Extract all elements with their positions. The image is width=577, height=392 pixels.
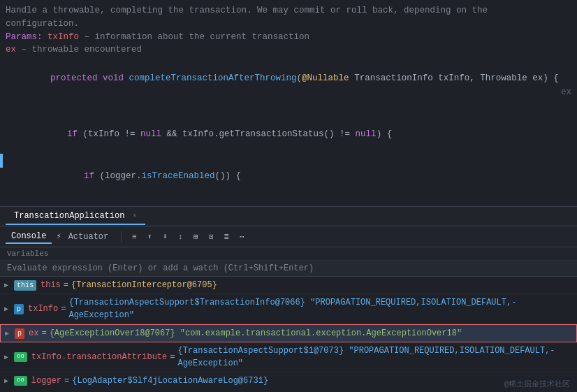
toolbar-icon-updown[interactable]: ↕: [175, 231, 186, 242]
toolbar-separator: [121, 231, 122, 242]
badge-logger: oo: [14, 376, 27, 386]
var-val-this: {TransactionInterceptor@6705}: [71, 279, 217, 291]
toolbar-icon-menu[interactable]: ≡: [129, 231, 140, 242]
toolbar-icon-more[interactable]: ⋯: [236, 231, 247, 242]
var-eq-this: =: [64, 279, 68, 291]
code-line-1: protected void completeTransactionAfterT…: [0, 58, 577, 114]
var-name-logger: logger: [31, 375, 61, 387]
var-name-txattr: txInfo.transactionAttribute: [31, 351, 167, 363]
var-val-txattr: {TransactionAspectSupport$1@7073} "PROPA…: [177, 344, 573, 370]
badge-txinfo: p: [14, 304, 24, 314]
var-name-this: this: [41, 279, 61, 291]
doc-line-2: configuration.: [6, 17, 571, 31]
badge-ex: p: [15, 328, 24, 339]
code-editor: Handle a throwable, completing the trans…: [0, 0, 577, 206]
var-eq-txinfo: =: [61, 303, 66, 315]
bottom-panel: TranscationApplication × Console ⚡ Actua…: [0, 206, 577, 392]
expand-icon-logger: ▶: [4, 376, 14, 386]
app-container: Handle a throwable, completing the trans…: [0, 0, 577, 392]
expand-icon-txinfo: ▶: [4, 304, 14, 314]
var-eq-logger: =: [64, 375, 69, 387]
code-line-4: logger.trace("Completing transaction for…: [0, 198, 577, 206]
debug-line-indicator: [0, 154, 3, 168]
tab-close-icon[interactable]: ×: [133, 212, 137, 220]
var-name-txinfo: txInfo: [28, 303, 58, 315]
expand-icon-this: ▶: [4, 280, 14, 291]
variable-list: ▶ this this = {TransactionInterceptor@67…: [0, 277, 577, 389]
tab-actuator[interactable]: Actuator: [63, 231, 115, 243]
eval-expression-bar[interactable]: Evaluate expression (Enter) or add a wat…: [0, 261, 577, 277]
tab-actuator-container: ⚡ Actuator: [56, 231, 114, 243]
var-eq-ex: =: [41, 327, 46, 340]
variables-section-label: Variables: [0, 247, 577, 261]
doc-line-3: Params: txInfo – information about the c…: [6, 31, 571, 44]
var-val-logger: {LogAdapter$Slf4jLocationAwareLog@6731}: [72, 375, 268, 387]
var-val-txinfo: {TransactionAspectSupport$TransactionInf…: [68, 296, 573, 321]
toolbar-icon-list[interactable]: ≣: [221, 231, 232, 242]
toolbar-icon-filter[interactable]: ⊞: [190, 231, 201, 242]
console-toolbar: Console ⚡ Actuator ≡ ⬆ ⬇ ↕ ⊞ ⊡ ≣ ⋯: [0, 226, 577, 247]
app-tab-bar: TranscationApplication ×: [0, 207, 577, 226]
badge-this: this: [14, 280, 36, 291]
var-row-txattr[interactable]: ▶ oo txInfo.transactionAttribute = {Tran…: [0, 342, 577, 372]
toolbar-icon-down[interactable]: ⬇: [159, 231, 170, 242]
app-tab[interactable]: TranscationApplication ×: [6, 208, 145, 225]
code-line-2: if (txInfo != null && txInfo.getTransact…: [0, 114, 577, 156]
tab-console[interactable]: Console: [6, 230, 52, 244]
badge-txattr: oo: [14, 352, 27, 362]
expand-icon-ex: ▶: [5, 328, 15, 339]
doc-comment: Handle a throwable, completing the trans…: [0, 3, 577, 58]
toolbar-icon-table[interactable]: ⊡: [205, 231, 217, 242]
toolbar-icon-up[interactable]: ⬆: [144, 231, 155, 242]
actuator-icon: ⚡: [56, 231, 61, 242]
var-row-ex[interactable]: ▶ p ex = {AgeExceptionOver18@7067} "com.…: [0, 324, 577, 342]
var-row-txinfo[interactable]: ▶ p txInfo = {TransactionAspectSupport$T…: [0, 294, 577, 324]
expand-icon-txattr: ▶: [4, 352, 14, 363]
var-eq-txattr: =: [170, 351, 175, 363]
var-row-this[interactable]: ▶ this this = {TransactionInterceptor@67…: [0, 277, 577, 294]
var-name-ex: ex: [29, 327, 38, 340]
doc-line-4: ex – throwable encountered: [6, 43, 571, 57]
doc-line-1: Handle a throwable, completing the trans…: [6, 4, 571, 17]
var-val-ex: {AgeExceptionOver18@7067} "com.example.t…: [50, 327, 462, 340]
code-line-3: if (logger.isTraceEnabled()) {: [0, 156, 577, 198]
var-row-logger[interactable]: ▶ oo logger = {LogAdapter$Slf4jLocationA…: [0, 372, 577, 389]
